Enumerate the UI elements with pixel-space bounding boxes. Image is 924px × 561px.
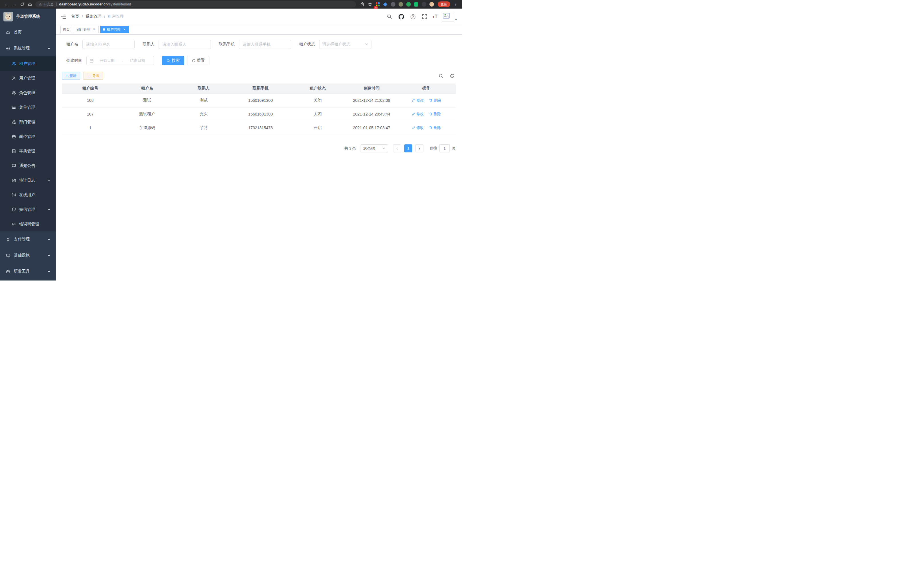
browser-menu-button[interactable]: ⋮ xyxy=(452,1,459,8)
export-button[interactable]: 导出 xyxy=(83,72,103,80)
sidebar-item-payment[interactable]: 支付管理 xyxy=(0,231,56,247)
extension-button-2[interactable] xyxy=(381,1,389,8)
sidebar-item-system[interactable]: 系统管理 xyxy=(0,40,56,56)
sidebar-item-label: 审计日志 xyxy=(19,178,44,183)
collapse-sidebar-button[interactable] xyxy=(60,13,67,20)
tab-dept[interactable]: 部门管理 × xyxy=(74,26,99,33)
extension-button-6[interactable] xyxy=(412,1,420,8)
refresh-icon[interactable] xyxy=(450,74,454,78)
screen: ← → ⚠ 不安全 dashboard.yudao.iocoder.cn /sy… xyxy=(0,0,462,281)
delete-link[interactable]: 删除 xyxy=(429,125,441,130)
reset-button[interactable]: 重置 xyxy=(187,56,209,65)
reload-button[interactable] xyxy=(18,1,26,8)
create-time-range-picker[interactable]: 开始日期 - 结束日期 xyxy=(86,56,154,65)
extension-grid-icon xyxy=(376,2,380,6)
breadcrumb-system[interactable]: 系统管理 xyxy=(86,14,101,19)
sidebar-item-error-code[interactable]: 错误码管理 xyxy=(0,217,56,231)
sidebar-item-notice[interactable]: 通知公告 xyxy=(0,158,56,173)
sidebar-item-dict[interactable]: 字典管理 xyxy=(0,144,56,158)
github-button[interactable] xyxy=(398,13,405,20)
edit-link[interactable]: 修改 xyxy=(412,125,424,130)
table-toolbar: + 新增 导出 xyxy=(62,72,456,80)
search-button[interactable]: 搜索 xyxy=(162,56,184,65)
sidebar-item-user[interactable]: 用户管理 xyxy=(0,71,56,86)
sidebar-item-sms[interactable]: 短信管理 xyxy=(0,202,56,217)
sidebar-item-infrastructure[interactable]: 基础设施 xyxy=(0,247,56,263)
sidebar-item-label: 基础设施 xyxy=(14,253,44,258)
browser-profile-button[interactable] xyxy=(428,1,435,8)
monitor-icon xyxy=(6,253,10,258)
font-size-icon: T xyxy=(433,16,434,19)
sidebar-item-post[interactable]: 岗位管理 xyxy=(0,129,56,144)
sidebar-item-online-users[interactable]: 在线用户 xyxy=(0,188,56,202)
sidebar-item-audit-log[interactable]: 审计日志 xyxy=(0,173,56,188)
phone-input[interactable] xyxy=(239,40,291,49)
end-date-placeholder: 结束日期 xyxy=(124,58,151,63)
page-unit-label: 页 xyxy=(452,146,456,151)
warning-icon: ⚠ xyxy=(39,3,42,6)
col-contact: 联系人 xyxy=(176,83,232,93)
cell-tenant-name: 芋道源码 xyxy=(119,121,176,135)
extension-button-4[interactable] xyxy=(397,1,405,8)
tab-tenant[interactable]: 租户管理 × xyxy=(100,26,129,33)
chevron-down-icon xyxy=(382,147,386,150)
extension-button-1[interactable]: 10 xyxy=(374,1,381,8)
extension-button-7[interactable] xyxy=(420,1,428,8)
app-logo[interactable]: 芋道管理系统 xyxy=(0,9,56,24)
sidebar-item-label: 部门管理 xyxy=(19,120,51,125)
sidebar-item-home[interactable]: 首页 xyxy=(0,24,56,40)
contact-input[interactable] xyxy=(159,40,211,49)
goto-page-input[interactable] xyxy=(440,144,450,152)
collapse-menu-icon xyxy=(61,15,66,19)
trash-icon xyxy=(429,112,433,116)
sidebar-item-role[interactable]: 角色管理 xyxy=(0,86,56,100)
home-button[interactable] xyxy=(26,1,34,8)
help-button[interactable]: ? xyxy=(409,13,417,20)
fullscreen-button[interactable] xyxy=(421,13,428,20)
search-icon xyxy=(166,59,170,63)
breadcrumb-home[interactable]: 首页 xyxy=(71,14,79,19)
sidebar-item-label: 错误码管理 xyxy=(19,222,51,227)
header-search-button[interactable] xyxy=(386,13,393,20)
cell-tenant-name: 测试 xyxy=(119,93,176,107)
sidebar-item-label: 系统管理 xyxy=(14,46,44,51)
avatar[interactable] xyxy=(442,12,454,21)
sidebar-item-menu[interactable]: 菜单管理 xyxy=(0,100,56,115)
sidebar-item-dev-tools[interactable]: 研发工具 xyxy=(0,263,56,279)
sidebar-item-label: 岗位管理 xyxy=(19,134,51,139)
tenant-name-input[interactable] xyxy=(82,40,135,49)
share-button[interactable] xyxy=(358,1,366,8)
prev-page-button[interactable]: ‹ xyxy=(393,144,401,152)
close-icon[interactable]: × xyxy=(122,27,126,32)
pencil-icon xyxy=(412,126,416,129)
pagination: 共 3 条 10条/页 ‹ 1 › 前往 页 xyxy=(62,144,456,152)
tenant-status-select[interactable]: 请选择租户状态 xyxy=(319,40,371,49)
sidebar-item-tenant[interactable]: 租户管理 xyxy=(0,56,56,71)
sidebar-item-label: 用户管理 xyxy=(19,76,51,81)
close-icon[interactable]: × xyxy=(92,27,96,32)
user-menu[interactable]: ▾ xyxy=(442,12,457,21)
next-page-button[interactable]: › xyxy=(416,144,423,152)
update-button[interactable]: 更新 xyxy=(438,2,450,7)
page-size-select[interactable]: 10条/页 xyxy=(361,144,388,152)
page-number-1[interactable]: 1 xyxy=(404,144,412,152)
tenant-table: 租户编号 租户名 联系人 联系手机 租户状态 创建时间 操作 108 测试 xyxy=(62,83,456,135)
extension-button-5[interactable] xyxy=(405,1,412,8)
forward-button[interactable]: → xyxy=(10,1,18,8)
tab-home[interactable]: 首页 xyxy=(60,26,72,33)
address-bar[interactable]: ⚠ 不安全 dashboard.yudao.iocoder.cn /system… xyxy=(35,1,356,8)
extension-button-3[interactable] xyxy=(389,1,397,8)
edit-link[interactable]: 修改 xyxy=(412,98,424,103)
toggle-search-icon[interactable] xyxy=(439,74,443,78)
edit-link[interactable]: 修改 xyxy=(412,111,424,117)
delete-link[interactable]: 删除 xyxy=(429,98,441,103)
dark-circle-icon xyxy=(391,2,395,7)
sidebar-item-label: 菜单管理 xyxy=(19,105,51,110)
back-button[interactable]: ← xyxy=(3,1,10,8)
bookmark-button[interactable] xyxy=(366,1,374,8)
font-size-button[interactable]: TT xyxy=(433,14,437,19)
add-button[interactable]: + 新增 xyxy=(62,72,80,80)
sidebar-item-dept[interactable]: 部门管理 xyxy=(0,115,56,129)
delete-link[interactable]: 删除 xyxy=(429,111,441,117)
goto-label: 前往 xyxy=(430,146,437,151)
